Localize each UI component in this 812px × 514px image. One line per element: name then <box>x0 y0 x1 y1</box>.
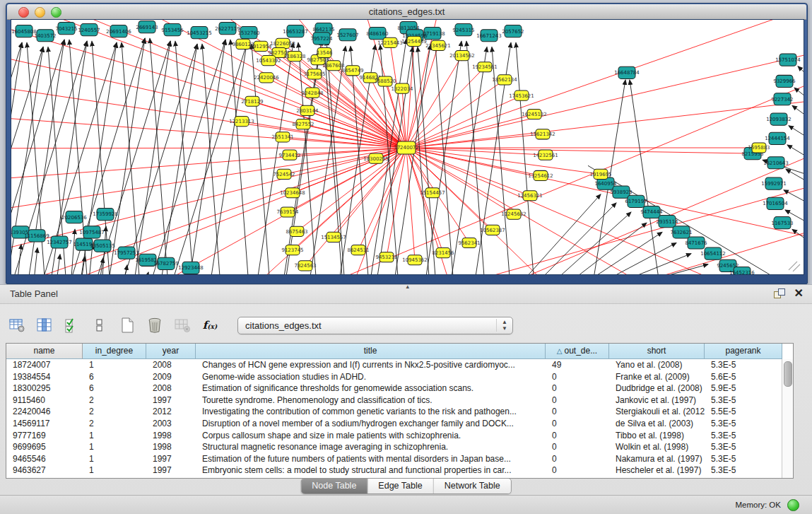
tab-edge-table[interactable]: Edge Table <box>367 479 433 493</box>
table-row[interactable]: 2242004622012Investigating the contribut… <box>6 406 782 418</box>
cell-short[interactable]: Wolkin et al. (1998) <box>609 441 705 453</box>
column-header-short[interactable]: short <box>609 344 705 359</box>
cell-out_de[interactable]: 0 <box>546 453 609 465</box>
cell-in_degree[interactable]: 1 <box>83 359 146 371</box>
column-header-in_degree[interactable]: in_degree <box>83 344 146 359</box>
cell-in_degree[interactable]: 2 <box>83 418 146 430</box>
cell-in_degree[interactable]: 6 <box>83 371 146 383</box>
cell-out_de[interactable]: 0 <box>546 465 609 477</box>
cell-in_degree[interactable]: 1 <box>83 465 146 477</box>
table-row[interactable]: 1830029562008Estimation of significance … <box>6 382 782 395</box>
cell-in_degree[interactable]: 2 <box>83 395 146 407</box>
cell-name[interactable]: 18724007 <box>6 359 83 371</box>
window-titlebar[interactable]: citations_edges.txt <box>7 4 806 20</box>
float-panel-icon[interactable] <box>774 288 784 299</box>
cell-name[interactable]: 9463627 <box>6 465 83 477</box>
cell-name[interactable]: 9777169 <box>6 430 83 442</box>
table-row[interactable]: 1938455462009Genome-wide association stu… <box>6 371 782 383</box>
cell-short[interactable]: Stergiakouli et al. (2012) <box>609 406 705 418</box>
cell-name[interactable]: 9115460 <box>6 395 83 407</box>
cell-out_de[interactable]: 0 <box>546 371 609 383</box>
cell-title[interactable]: Estimation of the future numbers of pati… <box>196 453 546 465</box>
cell-short[interactable]: Dudbridge et al. (2008) <box>609 382 705 395</box>
cell-pagerank[interactable]: 5.3E-5 <box>705 418 782 430</box>
cell-year[interactable]: 1997 <box>146 395 196 407</box>
cell-out_de[interactable]: 0 <box>546 441 609 453</box>
column-header-year[interactable]: year <box>146 344 196 359</box>
cell-pagerank[interactable]: 5.3E-5 <box>705 430 782 442</box>
cell-short[interactable]: Hescheler et al. (1997) <box>609 465 705 477</box>
panel-resize-handle[interactable]: ▴ <box>406 283 410 290</box>
cell-title[interactable]: Changes of HCN gene expression and I(f) … <box>196 359 546 371</box>
cell-out_de[interactable]: 0 <box>546 430 609 442</box>
show-columns-icon[interactable] <box>35 315 54 335</box>
cell-year[interactable]: 1997 <box>146 453 196 465</box>
cell-year[interactable]: 1997 <box>146 465 196 477</box>
cell-year[interactable]: 2008 <box>146 359 196 371</box>
cell-short[interactable]: Yano et al. (2008) <box>609 359 705 371</box>
scrollbar-thumb[interactable] <box>784 361 792 387</box>
cell-year[interactable]: 2009 <box>146 371 196 383</box>
cell-name[interactable]: 19384554 <box>6 371 83 383</box>
cell-title[interactable]: Investigating the contribution of common… <box>196 406 546 418</box>
cell-pagerank[interactable]: 5.9E-5 <box>705 382 782 395</box>
cell-pagerank[interactable]: 5.3E-5 <box>705 453 782 465</box>
graph-canvas[interactable]: 1604580814035727043215124055720691406266… <box>11 19 804 275</box>
cell-title[interactable]: Structural magnetic resonance image aver… <box>196 441 546 453</box>
cell-name[interactable]: 22420046 <box>6 406 83 418</box>
cell-in_degree[interactable]: 1 <box>83 453 146 465</box>
cell-pagerank[interactable]: 5.3E-5 <box>705 395 782 407</box>
table-row[interactable]: 911546021997Tourette syndrome. Phenomeno… <box>6 395 782 407</box>
cell-short[interactable]: de Silva et al. (2003) <box>609 418 705 430</box>
column-header-pagerank[interactable]: pagerank <box>705 344 782 359</box>
cell-year[interactable]: 2008 <box>146 382 196 395</box>
cell-pagerank[interactable]: 5.3E-5 <box>705 359 782 371</box>
tab-network-table[interactable]: Network Table <box>434 479 511 493</box>
cell-in_degree[interactable]: 1 <box>83 430 146 442</box>
cell-out_de[interactable]: 0 <box>546 382 609 395</box>
row-height-icon[interactable] <box>90 315 110 335</box>
cell-year[interactable]: 2003 <box>146 418 196 430</box>
cell-name[interactable]: 9699695 <box>6 441 83 453</box>
cell-name[interactable]: 18300295 <box>6 382 83 395</box>
cell-title[interactable]: Embryonic stem cells: a model to study s… <box>196 465 546 477</box>
cell-in_degree[interactable]: 2 <box>83 406 146 418</box>
cell-pagerank[interactable]: 5.3E-5 <box>705 441 782 453</box>
cell-out_de[interactable]: 0 <box>546 406 609 418</box>
cell-year[interactable]: 1998 <box>146 430 196 442</box>
column-header-out_de[interactable]: △out_de... <box>546 344 609 359</box>
cell-short[interactable]: Jankovic et al. (1997) <box>609 395 705 407</box>
cell-out_de[interactable]: 0 <box>546 418 609 430</box>
table-row[interactable]: 977716911998Corpus callosum shape and si… <box>6 430 782 442</box>
tab-node-table[interactable]: Node Table <box>301 479 367 493</box>
cell-pagerank[interactable]: 5.6E-5 <box>705 371 782 383</box>
cell-year[interactable]: 2012 <box>146 406 196 418</box>
table-row[interactable]: 946554611997Estimation of the future num… <box>6 453 782 465</box>
cell-in_degree[interactable]: 6 <box>83 382 146 395</box>
cell-year[interactable]: 1998 <box>146 441 196 453</box>
cell-short[interactable]: Nakamura et al. (1997) <box>609 453 705 465</box>
table-row[interactable]: 946362711997Embryonic stem cells: a mode… <box>6 465 782 477</box>
cell-title[interactable]: Tourette syndrome. Phenomenology and cla… <box>196 395 546 407</box>
cell-title[interactable]: Disruption of a novel member of a sodium… <box>196 418 546 430</box>
table-body[interactable]: 1872400712008Changes of HCN gene express… <box>6 359 782 478</box>
table-row[interactable]: 1456911722003Disruption of a novel membe… <box>6 418 782 430</box>
new-table-icon[interactable] <box>117 315 137 335</box>
cell-in_degree[interactable]: 1 <box>83 441 146 453</box>
column-header-name[interactable]: name <box>6 344 83 359</box>
select-rows-icon[interactable] <box>62 315 82 335</box>
close-panel-icon[interactable]: ✕ <box>794 288 804 299</box>
cell-out_de[interactable]: 49 <box>546 359 609 371</box>
memory-status-icon[interactable] <box>787 499 799 511</box>
table-row[interactable]: 969969511998Structural magnetic resonanc… <box>6 441 782 453</box>
graph-svg[interactable]: 1604580814035727043215124055720691406266… <box>11 20 804 274</box>
cell-title[interactable]: Corpus callosum shape and size in male p… <box>196 430 546 442</box>
cell-out_de[interactable]: 0 <box>546 395 609 407</box>
cell-title[interactable]: Genome-wide association studies in ADHD. <box>196 371 546 383</box>
cell-name[interactable]: 14569117 <box>6 418 83 430</box>
cell-short[interactable]: Tibbo et al. (1998) <box>609 430 705 442</box>
vertical-scrollbar[interactable] <box>782 359 793 478</box>
table-select[interactable]: citations_edges.txt ▲▼ <box>237 317 513 334</box>
cell-name[interactable]: 9465546 <box>6 453 83 465</box>
table-row[interactable]: 1872400712008Changes of HCN gene express… <box>6 359 782 371</box>
